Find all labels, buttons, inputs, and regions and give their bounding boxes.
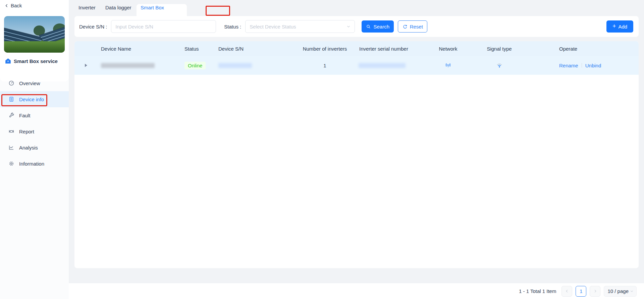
sidebar-item-report[interactable]: Report bbox=[0, 123, 69, 139]
sidebar-item-label: Analysis bbox=[19, 145, 38, 151]
sidebar-item-label: Report bbox=[19, 129, 34, 134]
inverter-serial-cell bbox=[358, 63, 425, 68]
network-cell bbox=[425, 62, 472, 69]
device-name-cell bbox=[97, 63, 183, 68]
col-operate: Operate bbox=[527, 46, 639, 52]
sidebar-item-information[interactable]: Information bbox=[0, 156, 69, 172]
chevron-left-icon bbox=[565, 289, 569, 293]
antenna-icon bbox=[445, 62, 451, 69]
device-sn-input[interactable] bbox=[111, 20, 216, 33]
sidebar-item-overview[interactable]: Overview bbox=[0, 75, 69, 91]
chevron-down-icon bbox=[346, 24, 351, 28]
main-content: Inverter Data logger Smart Box Device S/… bbox=[69, 0, 644, 299]
smart-box-home-icon bbox=[5, 58, 11, 64]
gauge-icon bbox=[8, 80, 14, 86]
chart-icon bbox=[8, 144, 14, 151]
signal-type-cell bbox=[472, 62, 527, 69]
pagination-summary: 1 - 1 Total 1 Item bbox=[519, 288, 556, 294]
sidebar-item-analysis[interactable]: Analysis bbox=[0, 139, 69, 156]
device-sn-cell bbox=[217, 63, 292, 68]
reset-button[interactable]: Reset bbox=[398, 20, 427, 33]
tab-smart-box[interactable]: Smart Box bbox=[141, 5, 164, 10]
action-divider bbox=[582, 63, 582, 68]
report-icon bbox=[8, 128, 14, 134]
status-select-placeholder: Select Device Status bbox=[250, 24, 296, 29]
filter-bar: Device S/N : Status : Select Device Stat… bbox=[74, 16, 639, 37]
page-number-button[interactable]: 1 bbox=[576, 286, 586, 297]
plus-icon: + bbox=[612, 23, 616, 29]
reset-button-label: Reset bbox=[410, 24, 423, 29]
col-status: Status bbox=[183, 46, 217, 52]
reset-icon bbox=[402, 24, 408, 29]
status-cell: Online bbox=[183, 62, 217, 69]
col-number-of-inverters: Number of inverters bbox=[292, 46, 358, 52]
prev-page-button[interactable] bbox=[561, 286, 572, 297]
search-icon bbox=[366, 24, 371, 29]
sidebar-item-label: Information bbox=[19, 161, 44, 167]
col-signal-type: Signal type bbox=[472, 46, 527, 52]
sidebar-item-fault[interactable]: Fault bbox=[0, 107, 69, 123]
tab-inverter[interactable]: Inverter bbox=[78, 5, 96, 10]
sidebar: Back Smart Box service Overview bbox=[0, 0, 69, 299]
sidebar-item-device-info[interactable]: Device info bbox=[0, 91, 69, 107]
tab-data-logger[interactable]: Data logger bbox=[105, 5, 131, 10]
sidebar-menu: Overview Device info Fault Report Analys… bbox=[0, 75, 69, 172]
chevron-down-icon bbox=[630, 289, 634, 293]
expand-row-icon[interactable] bbox=[85, 64, 87, 67]
page-size-select[interactable]: 10 / page bbox=[604, 286, 637, 297]
plant-photo bbox=[4, 16, 65, 53]
col-device-sn: Device S/N bbox=[217, 46, 292, 52]
sidebar-header-card: Back Smart Box service bbox=[0, 0, 69, 81]
redacted-device-sn bbox=[218, 63, 252, 68]
service-title-row: Smart Box service bbox=[5, 58, 58, 64]
table-header-row: Device Name Status Device S/N Number of … bbox=[74, 41, 639, 56]
page-size-value: 10 / page bbox=[607, 288, 629, 294]
sidebar-item-label: Overview bbox=[19, 80, 40, 86]
search-button[interactable]: Search bbox=[362, 20, 394, 33]
sidebar-item-label: Fault bbox=[19, 113, 30, 118]
add-button-label: Add bbox=[618, 24, 627, 29]
unbind-link[interactable]: Unbind bbox=[585, 63, 601, 68]
back-label: Back bbox=[11, 3, 22, 8]
gear-icon bbox=[8, 161, 14, 167]
rename-link[interactable]: Rename bbox=[559, 63, 578, 68]
wrench-icon bbox=[8, 112, 14, 118]
device-list-icon bbox=[8, 96, 14, 102]
photo-grass bbox=[4, 41, 65, 53]
row-expand-cell bbox=[74, 64, 97, 67]
table-row: Online 1 bbox=[74, 56, 639, 75]
col-network: Network bbox=[425, 46, 472, 52]
col-device-name: Device Name bbox=[97, 46, 183, 52]
operate-cell: Rename Unbind bbox=[527, 63, 639, 68]
status-label: Status : bbox=[224, 24, 241, 29]
wifi-icon bbox=[496, 62, 503, 69]
sidebar-item-label: Device info bbox=[19, 97, 44, 102]
status-select[interactable]: Select Device Status bbox=[245, 20, 355, 33]
add-button[interactable]: + Add bbox=[606, 20, 633, 33]
service-title: Smart Box service bbox=[14, 58, 58, 64]
pagination-bar: 1 - 1 Total 1 Item 1 10 / page bbox=[69, 283, 644, 299]
next-page-button[interactable] bbox=[590, 286, 600, 297]
redacted-device-name bbox=[101, 63, 155, 68]
back-button[interactable]: Back bbox=[5, 3, 22, 8]
redacted-inverter-serial bbox=[359, 63, 406, 68]
tab-bar: Inverter Data logger Smart Box bbox=[69, 0, 644, 16]
status-badge: Online bbox=[184, 62, 206, 69]
device-sn-label: Device S/N : bbox=[79, 24, 107, 29]
search-button-label: Search bbox=[373, 24, 389, 29]
chevron-right-icon bbox=[593, 289, 597, 293]
device-table: Device Name Status Device S/N Number of … bbox=[74, 41, 639, 268]
col-inverter-serial: Inverter serial number bbox=[358, 46, 425, 52]
chevron-left-icon bbox=[5, 4, 9, 8]
inverter-count-cell: 1 bbox=[292, 63, 358, 68]
